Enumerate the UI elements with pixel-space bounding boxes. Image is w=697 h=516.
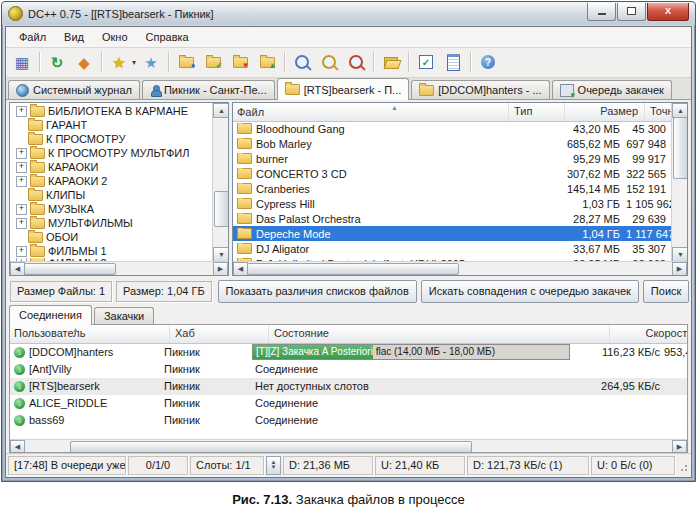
menu-view[interactable]: Вид [55,29,93,45]
public-hubs-button[interactable]: ▦ [10,50,34,74]
favorite-hubs-dropdown[interactable]: ▾ [132,58,136,67]
transfer-row[interactable]: ↓bass69 Пикник Соединение [10,412,687,429]
scroll-up-arrow[interactable]: ▲ [213,103,229,118]
tab-downloads[interactable]: Закачки [94,307,154,324]
expander-icon[interactable] [16,135,25,144]
file-row[interactable]: burner 95,29 МБ 99 917 [233,151,672,166]
transfer-row[interactable]: ↓ALICE_RIDDLE Пикник Соединение [10,395,687,412]
column-header-exact-size[interactable]: Точный р. [645,103,672,121]
file-row[interactable]: Bloodhound Gang 43,20 МБ 45 300 [233,121,672,136]
follow-redirect-button[interactable]: ◆ [72,50,96,74]
transfers-horizontal-scrollbar[interactable]: ◀ ▶ [10,439,687,452]
file-row[interactable]: Depeche Mode 1,04 ГБ 1 117 647 [233,226,672,241]
expander-icon[interactable] [16,162,27,173]
file-row[interactable]: CONCERTO 3 CD 307,62 МБ 322 565 [233,166,672,181]
restore-button[interactable] [617,3,646,21]
expander-icon[interactable] [16,191,25,200]
expander-icon[interactable] [16,233,25,242]
column-header-size[interactable]: Размер [565,103,645,121]
scroll-thumb[interactable] [24,263,116,275]
finished-uploads-button[interactable]: ▲ [255,50,279,74]
search-spy-button[interactable] [344,50,368,74]
match-queue-button[interactable]: Искать совпадения с очередью закачек [421,280,639,303]
column-header-type[interactable]: Тип [509,103,565,121]
tree-item[interactable]: К ПРОСМОТРУ МУЛЬТФИЛ [10,146,213,160]
scroll-down-arrow[interactable]: ▼ [213,247,229,262]
tree-item[interactable]: МУЗЫКА [10,202,213,216]
favorite-hubs-button[interactable]: ★ [107,50,131,74]
scroll-right-arrow[interactable]: ▶ [672,440,687,453]
scroll-thumb[interactable] [214,191,229,227]
open-filelist-button[interactable] [379,50,403,74]
download-queue-button[interactable]: ● [174,50,198,74]
search-button[interactable] [290,50,314,74]
match-lists-button[interactable]: Показать различия списков файлов [218,280,417,303]
help-button[interactable]: ? [476,50,500,74]
adl-search-button[interactable] [317,50,341,74]
expander-icon[interactable] [16,176,27,187]
tab-connections[interactable]: Соединения [9,305,92,325]
tree-item[interactable]: ФИЛЬМЫ 1 [10,244,213,258]
find-button[interactable]: Поиск [643,280,689,303]
expander-icon[interactable] [16,218,27,229]
menu-help[interactable]: Справка [137,29,198,45]
tree-item[interactable]: КАРАОКИ 2 [10,174,213,188]
scroll-thumb[interactable] [247,263,459,275]
file-row[interactable]: Cranberies 145,14 МБ 152 191 [233,181,672,196]
tab-system-log[interactable]: Системный журнал [8,80,140,99]
tree-item[interactable]: ОБОИ [10,230,213,244]
tree-item[interactable]: КЛИПЫ [10,188,213,202]
expander-icon[interactable] [16,204,27,215]
tree-vertical-scrollbar[interactable]: ▲ ▼ [212,103,228,262]
minimize-button[interactable] [587,3,616,21]
scroll-down-arrow[interactable]: ▼ [672,247,688,262]
tree-horizontal-scrollbar[interactable]: ◀ ▶ [10,261,228,275]
settings-button[interactable]: ✓ [414,50,438,74]
file-row[interactable]: Cypress Hill 1,03 ГБ 1 105 962 [233,196,672,211]
list-vertical-scrollbar[interactable]: ▲ ▼ [671,103,687,262]
notepad-button[interactable] [441,50,465,74]
tree-item[interactable]: ГАРАНТ [10,118,213,132]
column-header-file[interactable]: Файл▲ [233,103,509,121]
close-button[interactable]: X [647,3,689,21]
tab-filelist-hanters[interactable]: [DDCOM]hanters - ... [411,80,549,99]
expander-icon[interactable] [16,246,27,257]
tab-filelist-bearserk[interactable]: [RTS]bearserk - П... [277,78,410,100]
expander-icon[interactable] [16,106,27,117]
resize-grip[interactable] [677,457,689,474]
finished-downloads-button[interactable]: ✓ [201,50,225,74]
tree-item[interactable]: КАРАОКИ [10,160,213,174]
expander-icon[interactable] [16,148,27,159]
menu-file[interactable]: Файл [10,29,55,45]
expander-icon[interactable] [16,121,25,130]
reconnect-button[interactable]: ↻ [45,50,69,74]
tree-item[interactable]: К ПРОСМОТРУ [10,132,213,146]
slots-spinner[interactable]: ▲▼ [266,456,281,475]
scroll-left-arrow[interactable]: ◀ [10,440,25,453]
waiting-users-button[interactable]: ▼ [228,50,252,74]
scroll-right-arrow[interactable]: ▶ [672,262,687,276]
scroll-left-arrow[interactable]: ◀ [233,262,248,276]
favorite-users-button[interactable]: ★ [139,50,163,74]
column-header-hub[interactable]: Хаб [170,325,269,343]
column-header-user[interactable]: Пользователь▲ [10,325,170,343]
tab-download-queue[interactable]: Очередь закачек [552,80,672,99]
menu-window[interactable]: Окно [93,29,137,45]
list-horizontal-scrollbar[interactable]: ◀ ▶ [233,261,687,275]
scroll-thumb[interactable] [70,441,472,453]
scroll-left-arrow[interactable]: ◀ [10,262,25,276]
tab-hub-piknik[interactable]: Пикник - Санкт-Пе... [142,80,275,99]
column-header-speed[interactable]: Скорость [610,325,688,343]
scroll-thumb[interactable] [673,117,688,179]
file-row[interactable]: Das Palast Orchestra 28,27 МБ 29 639 [233,211,672,226]
transfer-row[interactable]: ↓[RTS]bearserk Пикник Нет доступных слот… [10,378,687,395]
column-header-state[interactable]: Состояние [269,325,610,343]
transfer-row[interactable]: ↓[DDCOM]hanters Пикник [T][Z] Закачка A … [10,344,687,361]
file-row[interactable]: Bob Marley 685,62 МБ 697 948 [233,136,672,151]
tree-item[interactable]: МУЛЬТФИЛЬМЫ [10,216,213,230]
transfer-row[interactable]: ↓[Ant]Villy Пикник Соединение [10,361,687,378]
title-bar[interactable]: DC++ 0.75 - [[RTS]bearserk - Пикник] X [2,2,695,25]
tree-item[interactable]: БИБЛИОТЕКА В КАРМАНЕ [10,104,213,118]
scroll-right-arrow[interactable]: ▶ [213,262,228,276]
file-row[interactable]: DJ Aligator 33,67 МБ 35 307 [233,241,672,256]
